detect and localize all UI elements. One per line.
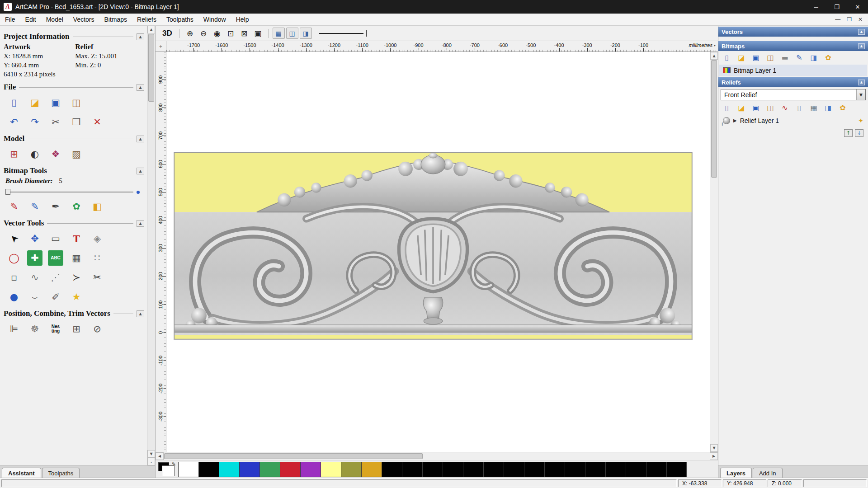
- zoom-previous-icon[interactable]: ◉: [211, 28, 223, 39]
- assistant-scrollbar[interactable]: ▲ ▼ ⌄: [147, 26, 155, 465]
- relief-layer-row[interactable]: + ▶ Relief Layer 1 ✦: [719, 115, 867, 126]
- menu-window[interactable]: Window: [198, 14, 231, 25]
- close-button[interactable]: ✕: [847, 0, 868, 14]
- vertical-scrollbar[interactable]: ▲ ▼: [710, 52, 718, 452]
- bitmap-layer-row[interactable]: Bitmap Layer 1: [719, 65, 867, 76]
- palette-swatch[interactable]: [585, 462, 605, 477]
- palette-swatch[interactable]: [666, 462, 687, 477]
- mdi-minimize-icon[interactable]: —: [835, 16, 840, 23]
- tab-add-in[interactable]: Add In: [753, 468, 783, 478]
- cut-icon[interactable]: ✂: [48, 114, 63, 130]
- save-relief-layer-icon[interactable]: ▣: [751, 103, 761, 112]
- tab-assistant[interactable]: Assistant: [2, 468, 41, 478]
- palette-swatch[interactable]: [422, 462, 443, 477]
- palette-swatch[interactable]: [544, 462, 565, 477]
- calculate-relief-icon[interactable]: ▦: [809, 103, 819, 112]
- palette-swatch[interactable]: [321, 462, 341, 477]
- create-polyline-icon[interactable]: ≻: [69, 270, 84, 285]
- canvas-viewport[interactable]: [166, 52, 710, 452]
- create-polygon-icon[interactable]: ∷: [90, 250, 105, 266]
- primary-colour-selector[interactable]: ✎: [157, 461, 177, 478]
- zoom-fit-icon[interactable]: ⊠: [238, 28, 250, 39]
- menu-vectors[interactable]: Vectors: [68, 14, 99, 25]
- nesting-icon[interactable]: Nes ting: [48, 321, 63, 337]
- palette-swatch[interactable]: [259, 462, 280, 477]
- move-layer-down-button[interactable]: ↓: [855, 129, 863, 137]
- palette-swatch[interactable]: [504, 462, 524, 477]
- menu-reliefs[interactable]: Reliefs: [132, 14, 161, 25]
- envelope-distort-icon[interactable]: ▦: [69, 250, 84, 266]
- reliefs-header[interactable]: Reliefs ▲: [718, 77, 868, 87]
- transform-vectors-icon[interactable]: ✥: [27, 231, 42, 246]
- rollup-button[interactable]: ▲: [137, 168, 144, 174]
- tab-toolpaths[interactable]: Toolpaths: [42, 468, 80, 478]
- ruler-units-dropdown[interactable]: millimetres ▾: [688, 42, 717, 48]
- create-ellipse-icon[interactable]: ◯: [6, 250, 22, 266]
- mdi-restore-icon[interactable]: ❐: [847, 16, 852, 23]
- palette-swatch[interactable]: [483, 462, 504, 477]
- toggle-3d-view-button[interactable]: 3D: [159, 28, 175, 38]
- palette-swatch[interactable]: [463, 462, 483, 477]
- create-rectangle-icon[interactable]: ▭: [48, 231, 63, 246]
- model-lighting-icon[interactable]: ◐: [27, 146, 42, 162]
- chevron-down-icon[interactable]: ▼: [856, 89, 865, 100]
- align-vectors-icon[interactable]: ⊫: [6, 321, 22, 337]
- line-handle[interactable]: [366, 30, 367, 37]
- palette-swatch[interactable]: [646, 462, 666, 477]
- expand-arrow-icon[interactable]: ▶: [733, 118, 737, 123]
- scroll-right-icon[interactable]: ▶: [710, 452, 718, 460]
- palette-swatch[interactable]: [300, 462, 321, 477]
- palette-swatch[interactable]: [524, 462, 544, 477]
- toggle-grid-snap-icon[interactable]: ▦: [273, 28, 285, 39]
- import-relief-icon[interactable]: ◫: [765, 103, 775, 112]
- zoom-window-icon[interactable]: ⊡: [225, 28, 237, 39]
- zoom-out-icon[interactable]: ⊖: [198, 28, 210, 39]
- draw-icon[interactable]: ✒: [48, 199, 63, 214]
- brush-diameter-slider[interactable]: [5, 188, 140, 196]
- palette-swatch[interactable]: [626, 462, 646, 477]
- vectors-header[interactable]: Vectors ▲: [718, 27, 868, 37]
- wrap-cylinder-icon[interactable]: ●: [6, 289, 22, 305]
- relief-palette-icon[interactable]: ✿: [838, 103, 848, 112]
- zoom-in-icon[interactable]: ⊕: [184, 28, 196, 39]
- rollup-button[interactable]: ▲: [137, 220, 144, 227]
- weld-vectors-icon[interactable]: ⊘: [90, 321, 105, 337]
- rollup-button[interactable]: ▲: [137, 84, 144, 91]
- scroll-down-icon[interactable]: ▼: [147, 450, 155, 458]
- scroll-thumb[interactable]: [148, 34, 154, 102]
- undo-icon[interactable]: ↶: [6, 114, 22, 130]
- snip-vector-icon[interactable]: ✂: [90, 270, 105, 285]
- block-paste-icon[interactable]: ✚: [27, 250, 42, 266]
- palette-swatch[interactable]: [565, 462, 585, 477]
- layer-visibility-icon[interactable]: ✦: [858, 117, 863, 124]
- menu-model[interactable]: Model: [41, 14, 68, 25]
- horizontal-scrollbar[interactable]: ◀ ▶: [156, 452, 718, 460]
- import-bitmap-icon[interactable]: ◫: [765, 53, 775, 62]
- create-text-icon[interactable]: T: [69, 231, 84, 246]
- active-relief-dropdown[interactable]: Front Relief ▼: [721, 89, 866, 100]
- palette-swatch[interactable]: [382, 462, 402, 477]
- set-model-size-icon[interactable]: ⊞: [6, 146, 22, 162]
- menu-help[interactable]: Help: [231, 14, 254, 25]
- rollup-button[interactable]: ▲: [858, 43, 865, 49]
- slider-track[interactable]: [5, 192, 133, 192]
- bitmap-palette-icon[interactable]: ✿: [823, 53, 833, 62]
- create-freehand-icon[interactable]: ∿: [27, 270, 42, 285]
- rollup-button[interactable]: ▲: [137, 136, 144, 142]
- menu-file[interactable]: File: [0, 14, 20, 25]
- new-relief-layer-icon[interactable]: ▯: [722, 103, 732, 112]
- palette-swatch[interactable]: [239, 462, 259, 477]
- scroll-more-icon[interactable]: ⌄: [147, 458, 155, 465]
- add-layer-icon[interactable]: +: [720, 121, 724, 127]
- save-model-icon[interactable]: ▣: [48, 95, 63, 110]
- new-model-icon[interactable]: ▯: [6, 95, 22, 110]
- open-bitmap-layer-icon[interactable]: ◪: [736, 53, 746, 62]
- rotate-copy-vectors-icon[interactable]: ☸: [27, 321, 42, 337]
- node-edit-icon[interactable]: ▫: [6, 270, 22, 285]
- colour-palette-icon[interactable]: ✿: [69, 199, 84, 214]
- paint-roller-icon[interactable]: ▬: [780, 53, 790, 62]
- paint-icon[interactable]: ✎: [6, 199, 22, 214]
- block-copy-icon[interactable]: ⊞: [69, 321, 84, 337]
- move-layer-up-button[interactable]: ↑: [844, 129, 853, 137]
- new-bitmap-layer-icon[interactable]: ▯: [722, 53, 732, 62]
